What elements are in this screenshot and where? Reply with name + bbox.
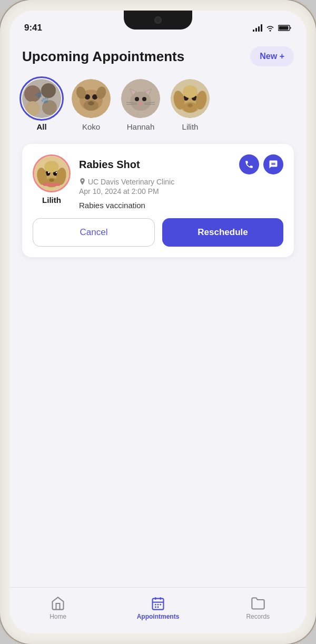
notch-camera [154, 16, 162, 24]
new-appointment-button[interactable]: New + [250, 46, 294, 66]
notch [124, 11, 192, 30]
appointment-location: UC Davis Veterinary Clinic [79, 178, 283, 186]
home-icon [51, 596, 65, 611]
koko-image [72, 79, 111, 118]
cancel-button[interactable]: Cancel [33, 218, 155, 247]
content-area: Upcoming Appointments New + [9, 38, 307, 587]
wifi-icon [265, 24, 275, 32]
nav-home-label: Home [50, 613, 66, 620]
page-header: Upcoming Appointments New + [22, 46, 294, 66]
hannah-image [121, 79, 160, 118]
pet-avatar-koko [72, 79, 111, 118]
pet-label-lilith: Lilith [182, 122, 199, 131]
svg-point-45 [49, 179, 54, 182]
appointment-action-buttons: Cancel Reschedule [33, 218, 283, 247]
nav-records[interactable]: Records [240, 596, 276, 620]
svg-text:🐾: 🐾 [35, 90, 50, 104]
svg-point-18 [135, 97, 139, 101]
card-lilith-image [34, 154, 69, 192]
pet-avatar-hannah [121, 79, 160, 118]
phone-screen: 9:41 [9, 11, 307, 633]
pet-avatar-all: 🐾 [22, 79, 61, 118]
svg-point-37 [183, 85, 197, 98]
pet-label-all: All [36, 122, 46, 131]
battery-icon [278, 24, 292, 32]
svg-point-19 [142, 97, 146, 101]
signal-icon [253, 24, 262, 32]
svg-point-34 [187, 104, 193, 108]
bottom-navigation: Home Appointments [9, 587, 307, 633]
location-icon [79, 178, 86, 186]
card-action-buttons [239, 154, 283, 174]
phone-icon [244, 160, 254, 169]
svg-point-20 [139, 102, 143, 105]
nav-appointments[interactable]: Appointments [137, 596, 180, 620]
pet-filter-lilith[interactable]: Lilith [171, 79, 210, 131]
appointment-datetime: Apr 10, 2024 at 2:00 PM [79, 187, 283, 196]
appointment-card: Lilith Rabies Shot [22, 144, 294, 257]
all-pets-image: 🐾 [22, 79, 61, 118]
svg-point-44 [56, 172, 57, 173]
card-pet-avatar [33, 154, 71, 192]
pet-filter-hannah[interactable]: Hannah [121, 79, 160, 131]
pet-avatar-lilith [171, 79, 210, 118]
nav-appointments-label: Appointments [137, 613, 180, 620]
card-title-row: Rabies Shot [79, 154, 283, 174]
svg-point-48 [44, 161, 59, 172]
lilith-image [171, 79, 210, 118]
card-top-row: Lilith Rabies Shot [33, 154, 283, 210]
nav-home[interactable]: Home [39, 596, 76, 620]
calendar-icon [151, 596, 165, 611]
svg-rect-49 [43, 183, 61, 186]
card-pet-column: Lilith [33, 154, 71, 204]
pet-filter-row: 🐾 All [22, 79, 294, 131]
message-button[interactable] [263, 154, 283, 174]
call-button[interactable] [239, 154, 259, 174]
status-icons [253, 24, 292, 32]
appointment-title: Rabies Shot [79, 159, 140, 171]
pet-label-koko: Koko [82, 122, 100, 131]
svg-point-13 [88, 101, 94, 105]
card-info: Rabies Shot [79, 154, 283, 210]
reschedule-button[interactable]: Reschedule [162, 218, 283, 247]
nav-records-label: Records [246, 613, 270, 620]
folder-icon [251, 596, 265, 611]
appointment-description: Rabies vaccination [79, 201, 283, 210]
phone-shell: 9:41 [0, 0, 316, 644]
card-pet-name: Lilith [42, 196, 61, 204]
chat-icon [269, 160, 278, 169]
pet-filter-all[interactable]: 🐾 All [22, 79, 61, 131]
page-title: Upcoming Appointments [22, 48, 184, 65]
svg-rect-1 [279, 26, 289, 30]
pet-filter-koko[interactable]: Koko [72, 79, 111, 131]
pet-label-hannah: Hannah [127, 122, 155, 131]
location-text: UC Davis Veterinary Clinic [88, 178, 174, 186]
status-time: 9:41 [24, 23, 42, 33]
